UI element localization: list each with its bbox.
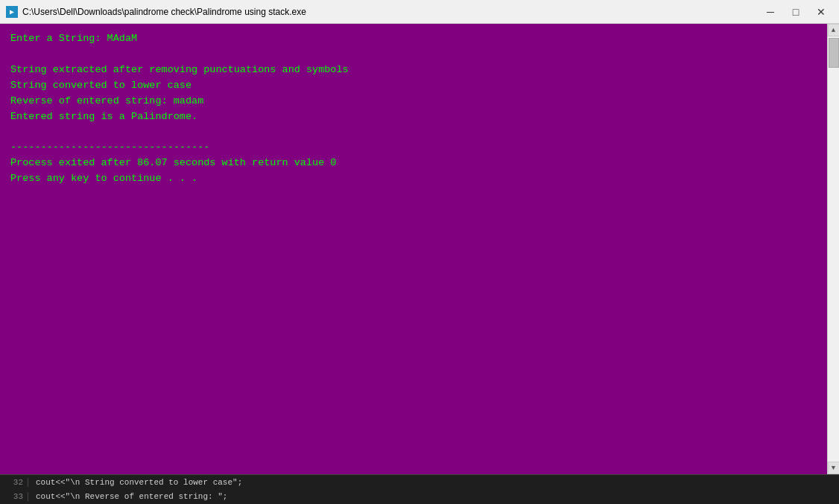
- code-line: 33cout<<"\n Reverse of entered string: "…: [0, 490, 839, 505]
- minimize-button[interactable]: ─: [759, 3, 782, 21]
- window-title: C:\Users\Dell\Downloads\palindrome check…: [22, 7, 306, 17]
- terminal-area: Enter a String: MAdaM String extracted a…: [0, 24, 827, 474]
- scroll-up-arrow[interactable]: ▲: [828, 24, 840, 36]
- title-bar: ▶ C:\Users\Dell\Downloads\palindrome che…: [0, 0, 839, 24]
- line-number: 33: [6, 492, 28, 501]
- scroll-thumb[interactable]: [829, 38, 839, 68]
- scroll-down-arrow[interactable]: ▼: [828, 462, 840, 474]
- maximize-button[interactable]: □: [784, 3, 808, 21]
- code-line: 32cout<<"\n String converted to lower ca…: [0, 475, 839, 490]
- app-icon-symbol: ▶: [10, 7, 14, 16]
- app-icon: ▶: [6, 6, 18, 18]
- terminal-output: Enter a String: MAdaM String extracted a…: [10, 31, 817, 187]
- line-code: cout<<"\n String converted to lower case…: [36, 478, 242, 487]
- line-number: 32: [6, 478, 28, 487]
- window-controls: ─ □ ✕: [759, 3, 833, 21]
- title-bar-left: ▶ C:\Users\Dell\Downloads\palindrome che…: [6, 6, 306, 18]
- close-button[interactable]: ✕: [809, 3, 833, 21]
- scrollbar[interactable]: ▲ ▼: [827, 24, 839, 474]
- scroll-track[interactable]: [828, 36, 839, 462]
- line-code: cout<<"\n Reverse of entered string: ";: [36, 492, 227, 501]
- code-panel: 32cout<<"\n String converted to lower ca…: [0, 474, 839, 504]
- terminal-wrapper: Enter a String: MAdaM String extracted a…: [0, 24, 839, 474]
